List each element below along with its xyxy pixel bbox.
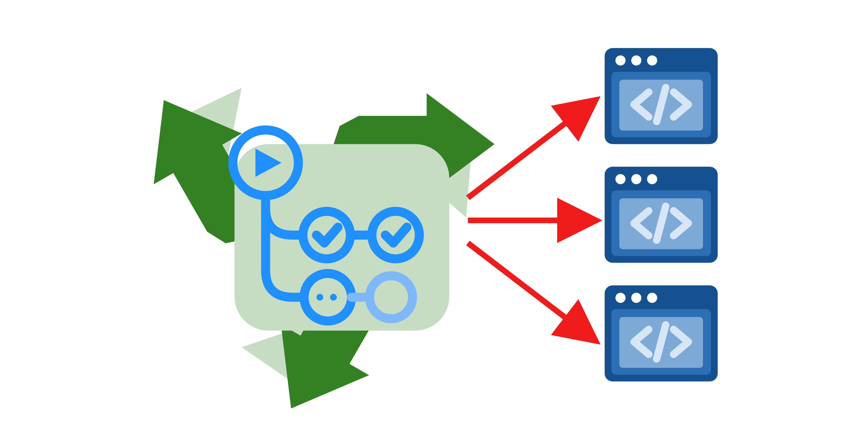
diagram-canvas — [0, 0, 868, 434]
code-window-2 — [604, 167, 718, 263]
code-window-1 — [604, 48, 718, 144]
code-windows — [604, 48, 718, 381]
arrows — [468, 102, 593, 339]
svg-point-14 — [316, 294, 323, 301]
svg-point-15 — [330, 294, 337, 301]
code-window-3 — [604, 285, 718, 381]
arrow-3 — [468, 243, 593, 339]
